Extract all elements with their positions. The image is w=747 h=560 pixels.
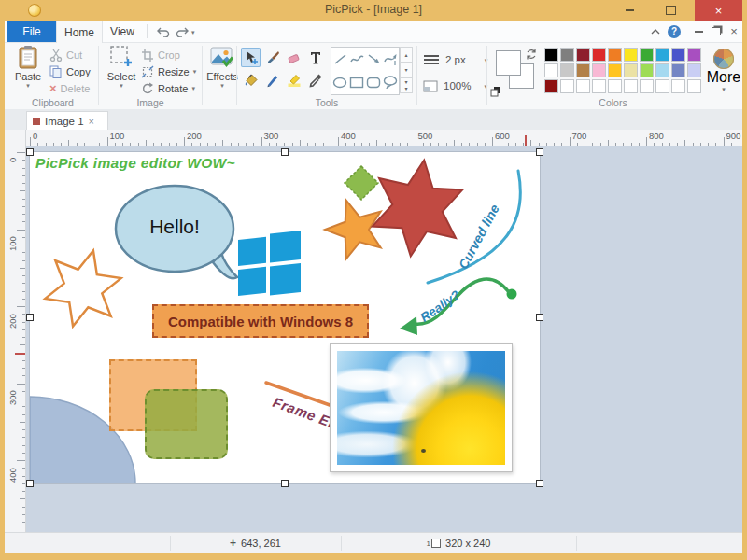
shapes-scroll-down[interactable]: ▾ [400,63,413,77]
color-swatch-0-7[interactable] [655,48,669,62]
resize-button[interactable]: Resize ▾ [141,63,196,79]
color-swatch-0-5[interactable] [624,48,638,62]
color-swatch-0-4[interactable] [608,48,622,62]
color-swatch-1-6[interactable] [640,63,654,77]
undo-button[interactable] [154,23,173,39]
ruler-tick [17,384,25,385]
color-swatch-1-0[interactable] [544,63,558,77]
color-swatch-1-8[interactable] [671,63,685,77]
undo-redo-dropdown[interactable]: ▾ [191,29,195,36]
tool-text[interactable] [305,48,325,67]
line-width-control[interactable]: 2 px ▾ [423,50,487,69]
color-swatch-1-3[interactable] [592,63,606,77]
selection-handle[interactable] [26,480,34,487]
selection-handle[interactable] [26,314,34,321]
tool-select-move[interactable] [241,48,261,67]
selection-handle[interactable] [536,148,543,156]
minimize-button[interactable] [609,0,650,21]
zoom-control[interactable]: 100% ▾ [423,77,487,95]
color-swatch-2-2[interactable] [576,79,590,93]
color-swatch-1-4[interactable] [608,63,622,77]
selection-handle[interactable] [26,148,34,156]
tool-eraser[interactable] [284,48,303,67]
color-swatch-2-9[interactable] [687,79,701,93]
size-icon: 1 [427,539,441,548]
color-swatch-0-3[interactable] [592,48,606,62]
divider [416,46,417,105]
shape-curve[interactable] [348,48,365,71]
color-swatch-2-8[interactable] [671,79,685,93]
tab-file[interactable]: File [7,21,56,42]
color-swatch-1-1[interactable] [560,63,574,77]
selection-handle[interactable] [536,314,543,321]
ruler-label: 700 [572,131,587,141]
more-colors-button[interactable]: More ▾ [707,47,740,105]
shape-arrow[interactable] [365,48,382,71]
color-swatch-2-6[interactable] [640,79,654,93]
document-tab-image1[interactable]: Image 1 × [26,111,108,131]
copy-button[interactable]: Copy [49,63,91,79]
maximize-button[interactable] [650,0,691,21]
rotate-button[interactable]: Rotate ▾ [141,80,195,96]
selection-handle[interactable] [281,480,289,487]
selection-handle[interactable] [281,148,289,156]
color-swatch-0-0[interactable] [544,48,558,62]
collapse-ribbon-button[interactable] [647,24,664,38]
tab-view[interactable]: View [101,21,144,42]
canvas[interactable]: PicPick image editor WOW~ Hello! Curved … [30,152,540,483]
color-swatch-1-7[interactable] [655,63,669,77]
help-button[interactable]: ? [666,24,683,38]
color-swatch-2-0[interactable] [544,79,558,93]
close-button[interactable]: × [695,0,742,21]
tab-home[interactable]: Home [56,21,103,43]
color-swatch-1-5[interactable] [624,63,638,77]
color-swatch-2-1[interactable] [560,79,574,93]
crop-button[interactable]: Crop [141,47,180,63]
swap-colors-icon[interactable] [526,49,537,60]
selection-handle[interactable] [536,480,543,487]
paste-button[interactable]: Paste ▾ [10,45,46,105]
color-swatch-2-7[interactable] [655,79,669,93]
color-swatch-2-3[interactable] [592,79,606,93]
crop-label: Crop [158,49,180,61]
status-cursor-position: + 643, 261 [170,533,341,553]
color-swatch-0-6[interactable] [640,48,654,62]
color-swatch-2-5[interactable] [624,79,638,93]
more-dropdown: ▾ [722,86,726,92]
ruler-label: 400 [7,468,18,483]
foreground-background-colors[interactable] [490,47,541,99]
document-tab-close-icon[interactable]: × [89,116,94,127]
redo-button[interactable] [173,23,191,39]
shape-ellipse[interactable] [331,71,348,95]
tool-highlighter[interactable] [284,70,303,90]
cut-button[interactable]: Cut [49,47,82,63]
child-close-button[interactable]: × [726,24,742,38]
shapes-more-button[interactable]: ▾▾ [400,78,413,93]
tool-pen[interactable] [262,70,282,90]
rectangle-icon [349,77,364,89]
color-swatch-0-9[interactable] [687,48,701,62]
shape-line[interactable] [331,48,348,71]
color-swatch-0-2[interactable] [576,48,590,62]
color-swatch-1-9[interactable] [687,63,701,77]
crop-icon [141,49,154,62]
shape-balloon[interactable] [382,71,399,95]
shape-rectangle[interactable] [348,71,365,95]
delete-button[interactable]: × Delete [49,80,90,96]
effects-button[interactable]: Effects ▾ [204,45,240,105]
tool-color-picker[interactable] [305,70,325,90]
default-colors-icon[interactable] [490,86,501,97]
select-button[interactable]: Select ▾ [104,45,139,105]
color-swatch-2-4[interactable] [608,79,622,93]
color-swatch-0-1[interactable] [560,48,574,62]
shape-rounded-rectangle[interactable] [365,71,382,95]
shapes-scroll-up[interactable]: ▴ [400,47,413,63]
tool-brush[interactable] [262,48,282,67]
child-minimize-button[interactable] [690,24,707,38]
color-swatch-0-8[interactable] [671,48,685,62]
tool-fill[interactable] [241,70,261,90]
child-restore-button[interactable] [708,24,725,38]
foreground-color-swatch[interactable] [496,50,521,76]
color-swatch-1-2[interactable] [576,63,590,77]
shape-curved-arrow[interactable] [382,48,399,71]
